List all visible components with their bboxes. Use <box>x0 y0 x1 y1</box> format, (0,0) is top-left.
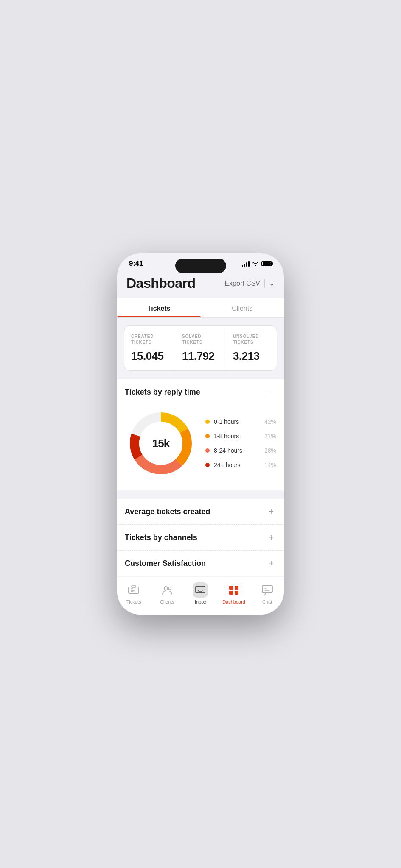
legend-dot-2 <box>205 448 210 453</box>
channels-expand[interactable]: + <box>266 532 276 542</box>
chat-icon <box>260 582 275 598</box>
dynamic-island <box>175 259 226 273</box>
svg-rect-11 <box>229 586 233 590</box>
avg-tickets-header: Average tickets created + <box>125 506 276 517</box>
stat-unsolved-label: UNSOLVED TICKETS <box>233 334 272 345</box>
svg-rect-14 <box>235 591 238 595</box>
nav-item-inbox[interactable]: Inbox <box>184 581 217 606</box>
stat-unsolved-value: 3.213 <box>233 350 272 363</box>
channels-title: Tickets by channels <box>125 533 197 542</box>
nav-label-chat: Chat <box>262 599 272 604</box>
legend-item-1: 1-8 hours 21% <box>205 433 276 440</box>
satisfaction-title: Customer Satisfaction <box>125 559 206 568</box>
satisfaction-header: Customer Satisfaction + <box>125 558 276 568</box>
channels-section: Tickets by channels + <box>117 524 284 550</box>
legend-label-3: 24+ hours <box>214 462 257 468</box>
nav-label-inbox: Inbox <box>195 599 206 604</box>
satisfaction-section: Customer Satisfaction + <box>117 550 284 576</box>
tabs-container: Tickets Clients <box>117 298 284 318</box>
donut-center-value: 15k <box>152 437 169 450</box>
nav-item-clients[interactable]: Clients <box>151 581 184 606</box>
svg-rect-13 <box>229 591 233 595</box>
stats-section: CREATED TICKETS 15.045 SOLVED TICKETS 11… <box>117 318 284 375</box>
stat-solved-value: 11.792 <box>182 350 221 363</box>
chart-legend: 0-1 hours 42% 1-8 hours 21% 8-24 hours 2… <box>205 418 276 468</box>
export-csv-button[interactable]: Export CSV <box>224 280 260 287</box>
nav-label-dashboard: Dashboard <box>222 599 245 604</box>
tab-clients[interactable]: Clients <box>201 298 284 317</box>
inbox-icon <box>193 582 208 598</box>
legend-label-0: 0-1 hours <box>214 418 257 425</box>
nav-label-clients: Clients <box>160 599 174 604</box>
collapsed-sections-group: Average tickets created + Tickets by cha… <box>117 499 284 576</box>
channels-header: Tickets by channels + <box>125 532 276 542</box>
legend-dot-1 <box>205 434 210 438</box>
nav-item-chat[interactable]: Chat <box>250 581 284 606</box>
stats-card: CREATED TICKETS 15.045 SOLVED TICKETS 11… <box>124 326 277 371</box>
stat-unsolved: UNSOLVED TICKETS 3.213 <box>226 326 277 370</box>
svg-point-8 <box>164 587 168 590</box>
legend-label-2: 8-24 hours <box>214 447 257 454</box>
stat-created-value: 15.045 <box>131 350 170 363</box>
wifi-icon <box>252 261 259 266</box>
nav-item-tickets[interactable]: Tickets <box>117 581 151 606</box>
legend-pct-2: 28% <box>261 447 276 454</box>
nav-item-dashboard[interactable]: Dashboard <box>217 581 251 606</box>
status-bar: 9:41 <box>117 253 284 270</box>
bottom-nav: Tickets Clients Inbox <box>117 577 284 615</box>
stat-solved: SOLVED TICKETS 11.792 <box>175 326 226 370</box>
legend-item-0: 0-1 hours 42% <box>205 418 276 425</box>
tickets-icon <box>126 582 141 598</box>
svg-point-9 <box>168 587 171 590</box>
legend-pct-0: 42% <box>261 418 276 425</box>
legend-item-2: 8-24 hours 28% <box>205 447 276 454</box>
satisfaction-expand[interactable]: + <box>266 558 276 568</box>
status-time: 9:41 <box>129 259 143 268</box>
main-content: Dashboard Export CSV ⌄ Tickets Clients C… <box>117 270 284 577</box>
svg-rect-12 <box>235 586 238 590</box>
signal-icon <box>242 261 250 267</box>
dashboard-icon <box>226 582 241 598</box>
stat-created: CREATED TICKETS 15.045 <box>124 326 175 370</box>
avg-tickets-section: Average tickets created + <box>117 499 284 524</box>
stat-solved-label: SOLVED TICKETS <box>182 334 221 345</box>
avg-tickets-expand[interactable]: + <box>266 506 276 517</box>
reply-time-toggle[interactable]: − <box>266 387 276 397</box>
legend-label-1: 1-8 hours <box>214 433 257 440</box>
status-icons <box>242 261 272 267</box>
svg-rect-7 <box>132 586 136 587</box>
legend-pct-1: 21% <box>261 433 276 440</box>
legend-dot-0 <box>205 420 210 424</box>
header: Dashboard Export CSV ⌄ <box>117 270 284 298</box>
stat-created-label: CREATED TICKETS <box>131 334 170 345</box>
reply-time-section: Tickets by reply time − <box>117 379 284 490</box>
nav-label-tickets: Tickets <box>126 599 141 604</box>
legend-pct-3: 14% <box>261 462 276 468</box>
clients-icon <box>160 582 175 598</box>
reply-time-header: Tickets by reply time − <box>125 387 276 397</box>
chevron-down-icon[interactable]: ⌄ <box>269 279 275 287</box>
donut-chart: 15k <box>125 407 197 479</box>
legend-item-3: 24+ hours 14% <box>205 462 276 468</box>
page-title: Dashboard <box>126 275 196 291</box>
tab-tickets[interactable]: Tickets <box>117 298 201 317</box>
legend-dot-3 <box>205 463 210 467</box>
avg-tickets-title: Average tickets created <box>125 507 210 516</box>
header-divider <box>264 279 265 288</box>
chart-area: 15k 0-1 hours 42% 1-8 hours 21% <box>125 404 276 483</box>
battery-icon <box>261 261 272 266</box>
reply-time-title: Tickets by reply time <box>125 388 200 397</box>
svg-rect-15 <box>262 585 272 593</box>
header-actions: Export CSV ⌄ <box>224 279 275 288</box>
